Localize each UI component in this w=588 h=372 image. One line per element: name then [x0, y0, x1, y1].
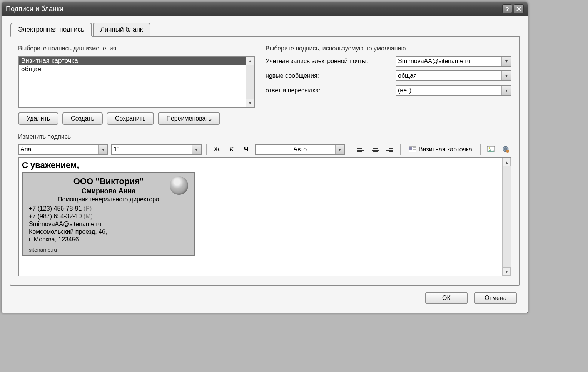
ok-button[interactable]: ОК: [425, 292, 468, 304]
align-left-icon: [357, 147, 364, 152]
separator: [350, 144, 350, 155]
signature-editor[interactable]: С уважением, ООО "Виктория" Смирнова Анн…: [18, 157, 511, 276]
rename-button[interactable]: Переименовать: [158, 112, 220, 125]
font-color-select[interactable]: Авто ▾: [255, 144, 345, 155]
align-center-button[interactable]: [369, 144, 381, 155]
rule: [409, 49, 511, 49]
list-scrollbar[interactable]: ▴ ▾: [246, 57, 254, 107]
scroll-down-icon[interactable]: ▾: [503, 267, 511, 276]
scroll-up-icon[interactable]: ▴: [246, 57, 254, 65]
font-size-value: 11: [114, 146, 120, 153]
group-legend-select: Выберите подпись для изменения: [18, 45, 255, 52]
dialog-signatures-stationery: Подписи и бланки ? Электронная подпись Л…: [2, 2, 528, 313]
account-select[interactable]: SmirnovaAA@sitename.ru ▾: [396, 56, 511, 67]
close-button[interactable]: [514, 4, 524, 13]
titlebar: Подписи и бланки ?: [2, 2, 528, 16]
list-item[interactable]: общая: [19, 65, 254, 74]
tab-email-signature[interactable]: Электронная подпись: [10, 23, 92, 37]
font-color-value: Авто: [293, 146, 307, 153]
business-card-button[interactable]: Визитная карточка: [405, 144, 476, 154]
card-address-2: г. Москва, 123456: [29, 236, 188, 243]
tab-strip: Электронная подпись Личный бланк: [10, 23, 520, 37]
scroll-up-icon[interactable]: ▴: [503, 158, 511, 166]
tab-label-rest: лектронная подпись: [23, 26, 84, 33]
new-messages-value: общая: [398, 72, 417, 79]
card-phone-work: +7 (123) 456-78-91 (Р): [29, 205, 188, 212]
card-website: sitename.ru: [29, 247, 188, 253]
reply-forward-select[interactable]: (нет) ▾: [396, 85, 511, 96]
select-signature-group: Выберите подпись для изменения Визитная …: [18, 44, 255, 125]
scroll-down-icon[interactable]: ▾: [246, 99, 254, 107]
align-right-button[interactable]: [384, 144, 396, 155]
dialog-footer: ОК Отмена: [10, 286, 520, 306]
font-select[interactable]: Arial ▾: [18, 144, 108, 155]
hyperlink-icon: [502, 146, 509, 153]
edit-signature-group: Изменить подпись Arial ▾ 11 ▾ Ж К Ч: [18, 133, 511, 276]
font-size-select[interactable]: 11 ▾: [111, 144, 201, 155]
editor-scrollbar[interactable]: ▴ ▾: [502, 158, 511, 276]
rule: [74, 137, 511, 137]
align-right-icon: [386, 147, 393, 152]
chevron-down-icon: ▾: [501, 86, 511, 95]
help-button[interactable]: ?: [502, 4, 512, 13]
bold-button[interactable]: Ж: [211, 144, 223, 155]
row-account: Учетная запись электронной почты: Smirno…: [266, 56, 511, 67]
delete-button[interactable]: Удалить: [18, 112, 58, 125]
avatar-icon: [170, 176, 188, 195]
card-company: ООО "Виктория": [29, 176, 188, 186]
row-new-messages: новые сообщения: общая ▾: [266, 70, 511, 81]
separator: [400, 144, 401, 155]
card-name: Смирнова Анна: [29, 187, 188, 195]
svg-rect-1: [409, 147, 412, 150]
new-messages-select[interactable]: общая ▾: [396, 70, 511, 81]
dialog-body: Электронная подпись Личный бланк Выберит…: [2, 16, 528, 313]
new-button[interactable]: Создать: [62, 112, 103, 125]
business-card-icon: [409, 146, 416, 152]
top-row: Выберите подпись для изменения Визитная …: [18, 44, 511, 125]
label-reply-forward: ответ и пересылка:: [266, 87, 393, 94]
close-icon: [516, 7, 521, 11]
chevron-down-icon: ▾: [335, 145, 344, 154]
default-signature-group: Выберите подпись, используемую по умолча…: [266, 44, 511, 125]
account-value: SmirnovaAA@sitename.ru: [398, 58, 471, 65]
chevron-down-icon: ▾: [501, 57, 511, 66]
group-legend-defaults: Выберите подпись, используемую по умолча…: [266, 45, 511, 52]
save-button[interactable]: Сохранить: [107, 112, 154, 125]
group-legend-edit: Изменить подпись: [18, 133, 511, 140]
reply-forward-value: (нет): [398, 87, 411, 94]
tab-label-rest: ичный бланк: [105, 26, 143, 33]
tab-personal-stationery[interactable]: Личный бланк: [93, 23, 151, 37]
align-center-icon: [372, 147, 379, 152]
chevron-down-icon: ▾: [501, 71, 511, 80]
chevron-down-icon: ▾: [192, 145, 201, 154]
signature-list[interactable]: Визитная карточка общая ▴ ▾: [18, 56, 255, 108]
separator: [206, 144, 207, 155]
card-job-title: Помощник генерального директора: [29, 196, 188, 203]
row-reply-forward: ответ и пересылка: (нет) ▾: [266, 85, 511, 96]
greeting-text: С уважением,: [22, 160, 508, 170]
window-title: Подписи и бланки: [6, 5, 63, 13]
card-phone-mobile: +7 (987) 654-32-10 (М): [29, 213, 188, 220]
align-left-button[interactable]: [355, 144, 366, 155]
insert-hyperlink-button[interactable]: [500, 144, 511, 155]
card-email: SmirnovaAA@sitename.ru: [29, 221, 188, 228]
label-account: Учетная запись электронной почты:: [266, 58, 393, 65]
tab-mnemonic: Э: [18, 26, 23, 33]
list-buttons: Удалить Создать Сохранить Переименовать: [18, 112, 255, 125]
chevron-down-icon: ▾: [98, 145, 107, 154]
svg-point-5: [506, 150, 509, 153]
underline-button[interactable]: Ч: [241, 144, 252, 155]
picture-icon: [487, 146, 495, 152]
card-address-1: Комсомольский проезд, 46,: [29, 228, 188, 235]
italic-button[interactable]: К: [226, 144, 237, 155]
tab-panel-signature: Выберите подпись для изменения Визитная …: [10, 36, 520, 286]
insert-picture-button[interactable]: [485, 144, 497, 155]
svg-point-3: [489, 147, 490, 149]
list-item[interactable]: Визитная карточка: [19, 57, 254, 65]
cancel-button[interactable]: Отмена: [474, 292, 517, 304]
business-card-preview[interactable]: ООО "Виктория" Смирнова Анна Помощник ге…: [22, 172, 195, 256]
titlebar-buttons: ?: [502, 4, 524, 13]
tab-mnemonic: Л: [100, 26, 105, 33]
separator: [480, 144, 481, 155]
rule: [119, 49, 255, 49]
